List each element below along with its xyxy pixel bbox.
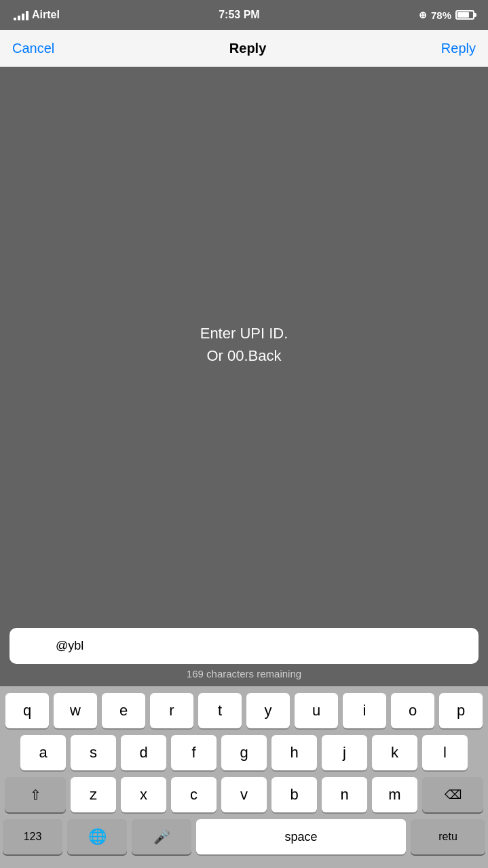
key-d[interactable]: d <box>121 735 166 770</box>
char-count-label: 169 characters remaining <box>10 664 478 682</box>
key-l[interactable]: l <box>422 735 468 770</box>
content-area: Enter UPI ID. Or 00.Back <box>0 67 488 621</box>
status-left: Airtel <box>14 9 60 21</box>
key-z[interactable]: z <box>71 777 116 812</box>
keyboard-row-3: ⇧ z x c v b n m ⌫ <box>3 777 485 812</box>
bottom-bar <box>0 861 488 868</box>
message-line2: Or 00.Back <box>206 347 281 364</box>
key-h[interactable]: h <box>271 735 317 770</box>
keyboard-row-4: 123 🌐 🎤 space retu <box>3 819 485 854</box>
key-u[interactable]: u <box>295 693 338 728</box>
key-p[interactable]: p <box>439 693 483 728</box>
key-f[interactable]: f <box>171 735 217 770</box>
return-key[interactable]: retu <box>411 819 485 854</box>
key-g[interactable]: g <box>221 735 267 770</box>
key-m[interactable]: m <box>372 777 417 812</box>
battery-icon <box>455 10 474 20</box>
delete-key[interactable]: ⌫ <box>422 777 483 812</box>
input-section: 169 characters remaining <box>0 621 488 686</box>
globe-key[interactable]: 🌐 <box>67 819 127 854</box>
message-line1: Enter UPI ID. <box>200 325 288 342</box>
status-bar: Airtel 7:53 PM ⊕ 78% <box>0 0 488 30</box>
location-icon: ⊕ <box>419 9 427 20</box>
signal-bars-icon <box>14 9 29 20</box>
battery-percent-label: 78% <box>431 9 451 21</box>
key-b[interactable]: b <box>271 777 317 812</box>
carrier-label: Airtel <box>32 9 60 21</box>
key-t[interactable]: t <box>198 693 242 728</box>
key-c[interactable]: c <box>171 777 217 812</box>
key-a[interactable]: a <box>20 735 66 770</box>
page-title: Reply <box>229 41 266 56</box>
time-label: 7:53 PM <box>219 9 259 21</box>
key-v[interactable]: v <box>221 777 267 812</box>
cancel-button[interactable]: Cancel <box>12 41 54 56</box>
nav-bar: Cancel Reply Reply <box>0 30 488 67</box>
key-q[interactable]: q <box>5 693 49 728</box>
key-n[interactable]: n <box>322 777 367 812</box>
key-i[interactable]: i <box>343 693 386 728</box>
key-j[interactable]: j <box>322 735 367 770</box>
microphone-key[interactable]: 🎤 <box>132 819 191 854</box>
keyboard-row-2: a s d f g h j k l <box>3 735 485 770</box>
shift-key[interactable]: ⇧ <box>5 777 66 812</box>
reply-button[interactable]: Reply <box>441 41 476 56</box>
reply-input[interactable] <box>10 628 478 664</box>
status-right: ⊕ 78% <box>419 9 474 21</box>
keyboard-row-1: q w e r t y u i o p <box>3 693 485 728</box>
numbers-key[interactable]: 123 <box>3 819 62 854</box>
key-k[interactable]: k <box>372 735 417 770</box>
key-y[interactable]: y <box>246 693 290 728</box>
key-s[interactable]: s <box>71 735 116 770</box>
key-x[interactable]: x <box>121 777 166 812</box>
key-w[interactable]: w <box>54 693 97 728</box>
key-o[interactable]: o <box>391 693 434 728</box>
content-message: Enter UPI ID. Or 00.Back <box>200 322 288 367</box>
key-e[interactable]: e <box>102 693 145 728</box>
key-r[interactable]: r <box>150 693 193 728</box>
space-key[interactable]: space <box>196 819 406 854</box>
keyboard: q w e r t y u i o p a s d f g h j k l ⇧ … <box>0 686 488 861</box>
